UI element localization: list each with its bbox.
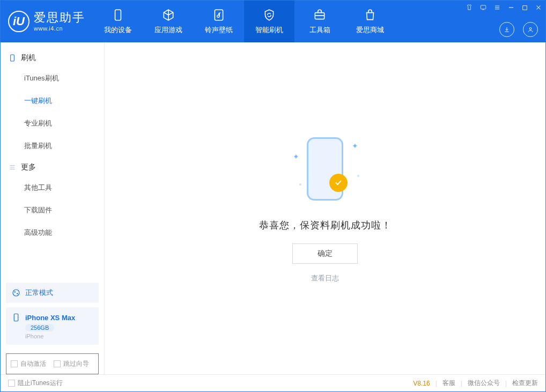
status-link-update[interactable]: 检查更新	[512, 379, 538, 388]
main-content: ✦ ✦ 恭喜您，保资料刷机成功啦！ 确定 查看日志	[105, 42, 545, 374]
activation-options: 自动激活 跳过向导	[6, 353, 99, 374]
sidebar-item-batch-flash[interactable]: 批量刷机	[1, 135, 104, 157]
sidebar-group-more: 更多	[1, 157, 104, 176]
app-subtitle: www.i4.cn	[34, 25, 85, 32]
tab-ringtone-wallpaper[interactable]: 铃声壁纸	[194, 1, 244, 42]
device-capacity: 256GB	[25, 324, 54, 331]
sidebar-item-download-firmware[interactable]: 下载固件	[1, 199, 104, 221]
phone-icon	[111, 8, 125, 22]
device-name: iPhone XS Max	[25, 314, 75, 322]
menu-icon[interactable]	[493, 4, 501, 11]
cube-icon	[161, 8, 175, 22]
svg-point-7	[13, 290, 19, 296]
tab-label: 铃声壁纸	[205, 25, 233, 35]
device-card[interactable]: iPhone XS Max 256GB iPhone	[6, 307, 99, 345]
tab-my-device[interactable]: 我的设备	[93, 1, 143, 42]
tab-label: 智能刷机	[255, 25, 283, 35]
body: 刷机 iTunes刷机 一键刷机 专业刷机 批量刷机 更多 其他工具 下载固件 …	[1, 42, 545, 374]
music-file-icon	[212, 8, 226, 22]
device-phone-icon	[11, 313, 21, 322]
sidebar-item-pro-flash[interactable]: 专业刷机	[1, 112, 104, 135]
header-right-icons	[499, 22, 538, 37]
svg-point-5	[529, 27, 532, 29]
check-badge-icon	[329, 174, 348, 192]
close-button[interactable]	[535, 4, 542, 11]
status-link-support[interactable]: 客服	[442, 379, 455, 388]
sidebar-group-flash: 刷机	[1, 48, 104, 67]
mode-label: 正常模式	[25, 288, 53, 298]
ok-button[interactable]: 确定	[292, 243, 358, 264]
svg-point-8	[14, 291, 16, 292]
device-icon	[8, 54, 17, 62]
svg-rect-3	[481, 5, 485, 9]
checkbox-skip-guide[interactable]: 跳过向导	[54, 359, 89, 368]
checkbox-label: 跳过向导	[63, 359, 89, 368]
window-controls	[466, 4, 542, 11]
logo-area: iU 爱思助手 www.i4.cn	[1, 1, 93, 42]
svg-rect-10	[14, 314, 18, 321]
checkbox-auto-activate[interactable]: 自动激活	[11, 359, 46, 368]
logo-icon: iU	[8, 11, 29, 32]
mode-card[interactable]: 正常模式	[6, 283, 99, 303]
svg-rect-4	[523, 5, 527, 10]
header-tabs: 我的设备 应用游戏 铃声壁纸 智能刷机 工具箱 爱思商城	[93, 1, 395, 42]
success-panel: ✦ ✦ 恭喜您，保资料刷机成功啦！ 确定 查看日志	[259, 134, 392, 283]
list-icon	[8, 163, 17, 172]
tab-smart-flash[interactable]: 智能刷机	[244, 1, 294, 42]
statusbar: 阻止iTunes运行 V8.16 | 客服 | 微信公众号 | 检查更新	[1, 374, 545, 391]
app-title: 爱思助手	[34, 11, 85, 25]
success-message: 恭喜您，保资料刷机成功啦！	[259, 219, 392, 232]
bag-icon	[363, 8, 377, 22]
tab-label: 我的设备	[104, 25, 132, 35]
svg-point-9	[17, 293, 18, 294]
download-manager-button[interactable]	[499, 22, 514, 37]
view-log-link[interactable]: 查看日志	[311, 273, 339, 283]
feedback-icon[interactable]	[479, 4, 487, 11]
titlebar: iU 爱思助手 www.i4.cn 我的设备 应用游戏 铃声壁纸 智能刷机	[1, 1, 545, 42]
success-illustration: ✦ ✦	[282, 134, 368, 209]
svg-rect-0	[115, 10, 121, 20]
toolbox-icon	[313, 8, 327, 22]
tab-store[interactable]: 爱思商城	[345, 1, 395, 42]
sidebar-item-other-tools[interactable]: 其他工具	[1, 176, 104, 199]
sidebar-item-itunes-flash[interactable]: iTunes刷机	[1, 67, 104, 90]
tab-label: 应用游戏	[154, 25, 182, 35]
tab-apps-games[interactable]: 应用游戏	[143, 1, 194, 42]
account-button[interactable]	[523, 22, 538, 37]
group-title: 刷机	[21, 53, 36, 63]
sidebar-item-advanced[interactable]: 高级功能	[1, 221, 104, 244]
maximize-button[interactable]	[521, 4, 528, 11]
version-label: V8.16	[413, 380, 430, 387]
svg-rect-6	[11, 55, 14, 61]
tab-label: 爱思商城	[356, 25, 384, 35]
app-window: iU 爱思助手 www.i4.cn 我的设备 应用游戏 铃声壁纸 智能刷机	[0, 0, 546, 392]
sidebar: 刷机 iTunes刷机 一键刷机 专业刷机 批量刷机 更多 其他工具 下载固件 …	[1, 42, 105, 374]
group-title: 更多	[21, 162, 36, 172]
minimize-button[interactable]	[507, 4, 515, 11]
tab-toolbox[interactable]: 工具箱	[294, 1, 345, 42]
checkbox-label: 阻止iTunes运行	[18, 379, 63, 388]
checkbox-label: 自动激活	[20, 359, 46, 368]
device-type: iPhone	[25, 333, 43, 339]
mode-icon	[11, 288, 21, 298]
checkbox-block-itunes[interactable]: 阻止iTunes运行	[8, 379, 63, 388]
status-link-wechat[interactable]: 微信公众号	[468, 379, 500, 388]
tab-label: 工具箱	[309, 25, 330, 35]
refresh-shield-icon	[262, 8, 276, 22]
sidebar-item-oneclick-flash[interactable]: 一键刷机	[1, 90, 104, 112]
shirt-icon[interactable]	[466, 4, 473, 11]
